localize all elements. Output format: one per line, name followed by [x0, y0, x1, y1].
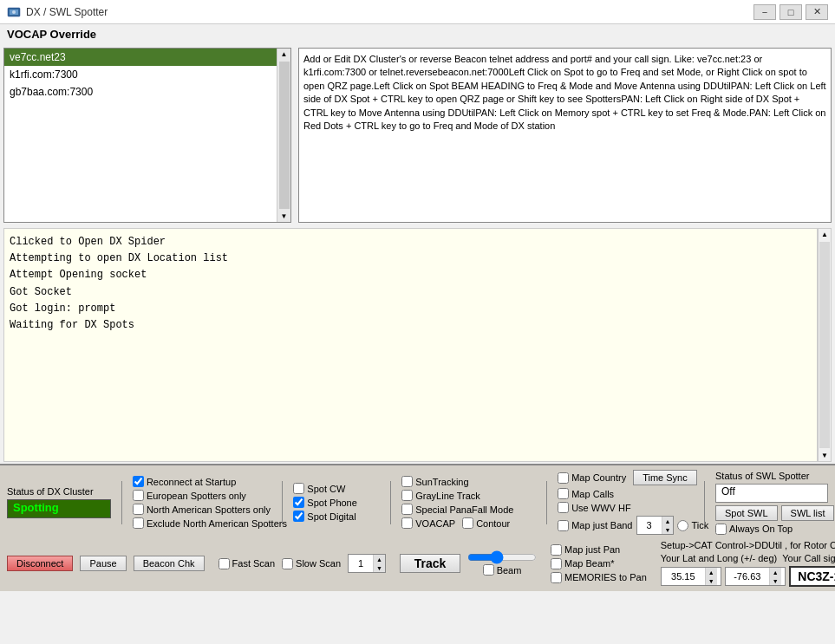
minimize-button[interactable]: −	[753, 4, 776, 20]
cluster-list-area: ve7cc.net23 k1rfi.com:7300 gb7baa.com:73…	[0, 44, 295, 226]
swl-status-section: Status of SWL Spotter Off Spot SWL SWL l…	[715, 471, 828, 535]
memories-to-pan-checkbox[interactable]: MEMORIES to Pan	[551, 572, 647, 583]
reconnect-input[interactable]	[133, 476, 144, 487]
special-panafall-checkbox[interactable]: Special PanaFall Mode	[401, 504, 536, 515]
memories-to-pan-input[interactable]	[551, 572, 562, 583]
lat-up[interactable]: ▲	[706, 568, 717, 576]
exclude-na-input[interactable]	[133, 517, 144, 529]
always-on-top-checkbox[interactable]: Always On Top	[715, 524, 828, 535]
swl-list-button[interactable]: SWL list	[781, 505, 835, 521]
beam-input[interactable]	[483, 564, 494, 576]
map-beam-input[interactable]	[551, 558, 562, 569]
special-panafall-input[interactable]	[401, 504, 413, 515]
lat-spinner[interactable]: ▲ ▼	[661, 567, 721, 586]
callsign-display: NC3Z-1	[789, 566, 835, 587]
spot-swl-button[interactable]: Spot SWL	[715, 505, 778, 521]
cluster-list-scrollbar[interactable]: ▲ ▼	[277, 49, 290, 222]
map-calls-input[interactable]	[558, 488, 569, 499]
log-scrollbar[interactable]: ▲ ▼	[818, 228, 832, 462]
log-panel: Clicked to Open DX Spider Attempting to …	[3, 228, 818, 462]
scan-down[interactable]: ▼	[374, 563, 385, 572]
map-band-spinner[interactable]: ▲ ▼	[636, 516, 675, 535]
pause-button[interactable]: Pause	[80, 556, 126, 571]
use-wwv-checkbox[interactable]: Use WWV HF	[558, 502, 630, 513]
scroll-down-arrow[interactable]: ▼	[279, 211, 290, 222]
sun-tracking-input[interactable]	[401, 476, 413, 487]
maximize-button[interactable]: □	[780, 4, 802, 20]
use-wwv-input[interactable]	[558, 502, 569, 513]
reconnect-checkbox[interactable]: Reconnect at Startup	[133, 476, 272, 487]
scan-up[interactable]: ▲	[374, 555, 385, 563]
help-text-box: Add or Edit DX Cluster's or reverse Beac…	[298, 48, 832, 223]
lon-spinner[interactable]: ▲ ▼	[725, 567, 786, 586]
european-input[interactable]	[133, 490, 144, 501]
window-controls: − □ ✕	[753, 4, 828, 20]
spot-digital-checkbox[interactable]: Spot Digital	[293, 511, 380, 522]
map-band-value[interactable]	[637, 517, 662, 534]
north-american-input[interactable]	[133, 504, 144, 515]
lat-value[interactable]	[662, 568, 705, 585]
scan-value[interactable]	[349, 555, 373, 572]
contour-checkbox[interactable]: Contour	[462, 517, 510, 529]
map-just-band-checkbox[interactable]: Map just Band	[558, 520, 632, 531]
fast-scan-input[interactable]	[219, 558, 230, 569]
lat-down[interactable]: ▼	[706, 576, 717, 585]
cluster-item-4[interactable]	[4, 101, 277, 118]
log-scroll-up-arrow[interactable]: ▲	[819, 229, 830, 240]
slow-scan-checkbox[interactable]: Slow Scan	[282, 558, 341, 569]
grayline-checkbox[interactable]: GrayLine Track	[401, 490, 536, 501]
lon-down[interactable]: ▼	[770, 576, 781, 585]
lon-value[interactable]	[726, 568, 769, 585]
log-scroll-track	[819, 242, 830, 448]
title-bar: DX / SWL Spotter − □ ✕	[0, 0, 835, 24]
fast-scan-checkbox[interactable]: Fast Scan	[219, 558, 276, 569]
exclude-na-checkbox[interactable]: Exclude North American Spotters	[133, 517, 272, 529]
cluster-item-3[interactable]: gb7baa.com:7300	[4, 83, 277, 101]
beacon-chk-button[interactable]: Beacon Chk	[134, 556, 205, 571]
beam-checkbox[interactable]: Beam	[483, 564, 522, 576]
dx-cluster-section: Status of DX Cluster Spotting	[7, 486, 111, 518]
scroll-up-arrow[interactable]: ▲	[279, 49, 290, 60]
spot-digital-input[interactable]	[293, 511, 304, 522]
window-title: DX / SWL Spotter	[26, 6, 753, 18]
spot-phone-input[interactable]	[293, 497, 304, 508]
map-band-up[interactable]: ▲	[662, 517, 674, 525]
cluster-item-5[interactable]	[4, 118, 277, 135]
lon-up[interactable]: ▲	[770, 568, 781, 576]
spot-phone-checkbox[interactable]: Spot Phone	[293, 497, 380, 508]
status-row-1: Status of DX Cluster Spotting Reconnect …	[7, 470, 828, 535]
beam-slider[interactable]	[467, 551, 537, 563]
map-just-band-input[interactable]	[558, 520, 569, 531]
voacap-input[interactable]	[401, 517, 413, 529]
map-just-pan-input[interactable]	[551, 544, 562, 556]
time-sync-button[interactable]: Time Sync	[633, 470, 697, 485]
always-on-top-input[interactable]	[715, 524, 727, 535]
map-beam-checkbox[interactable]: Map Beam*	[551, 558, 647, 569]
cluster-item-1[interactable]: ve7cc.net23	[4, 49, 277, 66]
spot-cw-input[interactable]	[293, 483, 304, 494]
spot-cw-checkbox[interactable]: Spot CW	[293, 483, 380, 494]
vert-sep-1	[121, 481, 122, 524]
disconnect-button[interactable]: Disconnect	[7, 556, 73, 571]
log-scroll-down-arrow[interactable]: ▼	[819, 450, 830, 461]
map-country-input[interactable]	[558, 472, 569, 484]
voacap-checkbox[interactable]: VOACAP	[401, 517, 455, 529]
cluster-item-2[interactable]: k1rfi.com:7300	[4, 66, 277, 83]
contour-input[interactable]	[462, 517, 473, 529]
north-american-checkbox[interactable]: North American Spotters only	[133, 504, 272, 515]
map-just-pan-checkbox[interactable]: Map just Pan	[551, 544, 647, 556]
vert-sep-3	[390, 481, 391, 524]
map-band-down[interactable]: ▼	[662, 525, 674, 534]
tick-input[interactable]	[677, 520, 688, 531]
map-country-checkbox[interactable]: Map Country	[558, 472, 626, 484]
sun-tracking-checkbox[interactable]: SunTracking	[401, 476, 536, 487]
grayline-input[interactable]	[401, 490, 413, 501]
checkbox-col-2: Spot CW Spot Phone Spot Digital	[293, 483, 380, 522]
track-button[interactable]: Track	[400, 554, 460, 573]
map-calls-checkbox[interactable]: Map Calls	[558, 488, 694, 499]
european-checkbox[interactable]: European Spotters only	[133, 490, 272, 501]
cluster-list-container: ve7cc.net23 k1rfi.com:7300 gb7baa.com:73…	[3, 48, 291, 223]
close-button[interactable]: ✕	[806, 4, 828, 20]
slow-scan-input[interactable]	[282, 558, 293, 569]
scan-spinner[interactable]: ▲ ▼	[348, 554, 386, 573]
